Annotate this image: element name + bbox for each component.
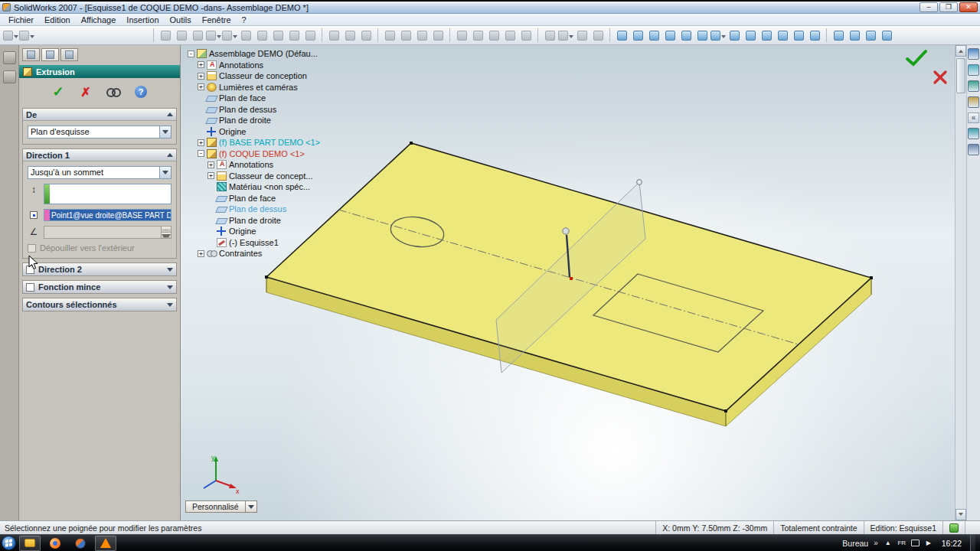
dropdown-arrow-icon[interactable] (14, 35, 18, 41)
confirm-ok-button[interactable] (905, 48, 928, 68)
group-from-header[interactable]: De (23, 109, 176, 121)
dropdown-arrow-icon[interactable] (721, 35, 726, 41)
tree-item[interactable]: Matériau <non spéc... (185, 181, 361, 193)
tree-item[interactable]: Origine (185, 226, 361, 237)
volume-icon[interactable]: ▶ (924, 539, 933, 548)
group-selected-contours-header[interactable]: Contours sélectionnés (23, 298, 176, 311)
selection-filter-icon[interactable] (558, 28, 573, 43)
dropdown-arrow-icon[interactable] (569, 35, 573, 41)
desktop-toolbar-label[interactable]: Bureau (842, 539, 868, 548)
tree-item[interactable]: (-) Esquisse1 (185, 237, 361, 249)
open-document-icon[interactable] (19, 28, 34, 43)
draft-outward-checkbox[interactable] (28, 244, 36, 253)
dropdown-arrow-icon[interactable] (30, 35, 34, 41)
design-library-icon[interactable] (968, 64, 979, 76)
show-desktop-button[interactable] (970, 535, 975, 551)
tree-item[interactable]: Plan de droite (185, 215, 361, 227)
curvature-icon[interactable] (502, 28, 518, 43)
scroll-up-button[interactable] (956, 45, 966, 57)
menu-item[interactable]: ? (237, 15, 252, 24)
expand-toggle[interactable]: + (198, 139, 204, 146)
cancel-button[interactable]: ✗ (77, 83, 95, 100)
component-transparency-icon[interactable] (430, 28, 446, 43)
shaded-with-edges-icon[interactable] (775, 28, 790, 43)
tree-item[interactable]: -Assemblage DEMO (Défau... (185, 48, 361, 60)
viewport-scrollbar[interactable] (955, 45, 966, 520)
check-icon[interactable] (518, 28, 534, 43)
sketch-point[interactable] (724, 409, 727, 412)
draft-angle-spinner[interactable] (161, 227, 171, 238)
close-button[interactable]: ✕ (959, 2, 978, 12)
print-icon[interactable] (174, 28, 189, 43)
windows-explorer-taskbar-button[interactable] (19, 536, 41, 551)
wireframe-icon[interactable] (727, 28, 742, 43)
view-orientation-button[interactable]: Personnalisé (185, 500, 257, 513)
expand-toggle[interactable]: + (198, 250, 204, 257)
sketch-point[interactable] (265, 276, 268, 279)
from-condition-select[interactable]: Plan d'esquisse (28, 126, 172, 139)
smart-dimension-icon[interactable] (270, 28, 286, 43)
tree-item[interactable]: +Classeur de concept... (185, 171, 361, 182)
expand-toggle[interactable]: + (198, 73, 204, 80)
zoom-fit-icon[interactable] (614, 28, 629, 43)
minimize-button[interactable]: – (920, 2, 938, 12)
tree-item[interactable]: +Lumières et caméras (185, 82, 361, 93)
sketch-point[interactable] (410, 142, 413, 145)
windows-media-player-taskbar-button[interactable] (70, 536, 91, 551)
pan-icon[interactable] (694, 28, 710, 43)
insert-component-icon[interactable] (326, 28, 341, 43)
end-condition-select[interactable]: Jusqu'à un sommet (28, 166, 172, 179)
measure-icon[interactable] (302, 28, 318, 43)
network-icon[interactable] (911, 540, 920, 546)
save-icon[interactable] (158, 28, 173, 43)
menu-item[interactable]: Insertion (121, 15, 164, 24)
appearances-icon[interactable] (968, 144, 979, 155)
select-icon[interactable] (542, 28, 557, 43)
vlc-taskbar-button[interactable] (95, 536, 116, 551)
group-direction2-header[interactable]: Direction 2 (23, 263, 176, 276)
standard-views-icon[interactable] (710, 28, 726, 43)
group-thin-feature-header[interactable]: Fonction mince (23, 281, 176, 293)
view-orientation-icon[interactable] (831, 28, 846, 43)
shaded-icon[interactable] (791, 28, 806, 43)
new-document-icon[interactable] (3, 28, 18, 43)
help-button[interactable]: ? (132, 83, 150, 100)
move-component-icon[interactable] (358, 28, 374, 43)
dropdown-button[interactable] (159, 167, 171, 178)
configurationmanager-tab[interactable] (60, 48, 78, 61)
select-arrow-icon[interactable] (3, 51, 16, 64)
collapse-task-pane-button[interactable]: « (968, 112, 979, 123)
menu-item[interactable]: Outils (165, 15, 197, 24)
tree-item[interactable]: Origine (185, 126, 361, 138)
firefox-taskbar-button[interactable] (44, 536, 66, 551)
tree-item[interactable]: +Classeur de conception (185, 70, 361, 82)
sketch-point[interactable] (870, 276, 873, 279)
dropdown-arrow-icon[interactable] (233, 35, 237, 41)
undo-icon[interactable] (206, 28, 221, 43)
interference-detection-icon[interactable] (414, 28, 430, 43)
expand-toggle[interactable]: - (198, 150, 204, 157)
taskbar-clock[interactable]: 16:22 (939, 539, 965, 548)
dropdown-button[interactable] (159, 126, 171, 138)
menu-item[interactable]: Edition (39, 15, 76, 24)
sketch-entities-icon[interactable] (3, 70, 16, 83)
solidworks-resources-icon[interactable] (968, 48, 979, 60)
orientation-dropdown[interactable] (246, 500, 257, 513)
redo-icon[interactable] (222, 28, 237, 43)
propertymanager-tab[interactable] (41, 48, 59, 61)
print-preview-icon[interactable] (190, 28, 205, 43)
camera-view-icon[interactable] (847, 28, 862, 43)
expand-toggle[interactable]: + (198, 83, 204, 90)
sketch-icon[interactable] (254, 28, 270, 43)
expand-toggle[interactable]: - (188, 51, 194, 57)
exploded-view-icon[interactable] (454, 28, 469, 43)
start-button[interactable] (2, 536, 16, 550)
spin-down-button[interactable] (162, 233, 171, 238)
edit-part-icon[interactable] (398, 28, 413, 43)
tree-item[interactable]: Plan de dessus (185, 204, 361, 215)
zoom-in-out-icon[interactable] (646, 28, 662, 43)
zoom-area-icon[interactable] (630, 28, 645, 43)
tree-item[interactable]: +(f) BASE PART DEMO <1> (185, 137, 361, 148)
dropdown-arrow-icon[interactable] (217, 35, 221, 41)
menu-item[interactable]: Fichier (3, 15, 39, 24)
